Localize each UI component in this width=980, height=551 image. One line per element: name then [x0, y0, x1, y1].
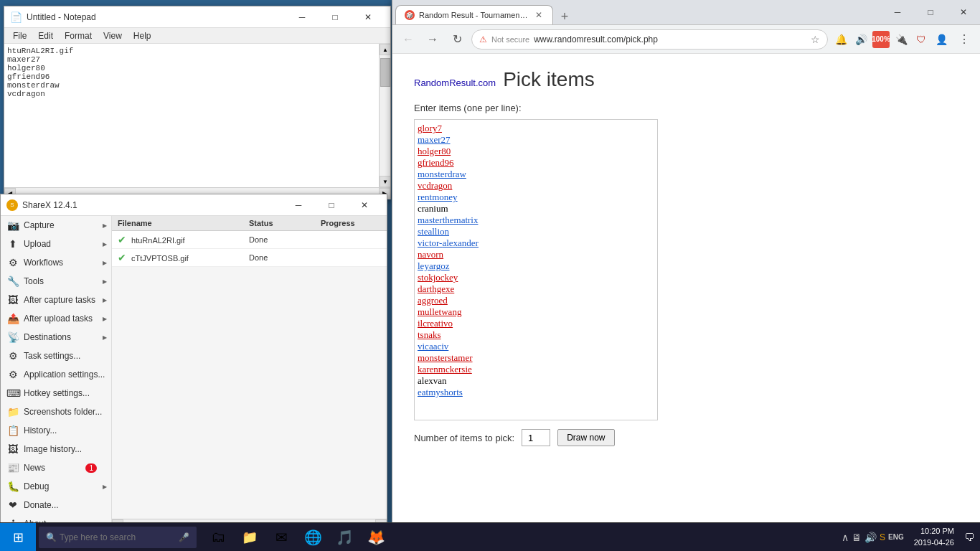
item-masterthematrix[interactable]: masterthematrix: [418, 215, 478, 225]
item-vicaaciv[interactable]: vicaaciv: [418, 341, 448, 352]
tab-close-button[interactable]: ✕: [534, 10, 544, 20]
sidebar-item-workflows[interactable]: ⚙ Workflows: [1, 253, 111, 272]
notepad-menu-help[interactable]: Help: [128, 29, 157, 42]
notepad-scrollbar-vertical[interactable]: ▲ ▼: [379, 44, 390, 187]
notepad-textarea[interactable]: htuRnAL2RI.gif maxer27 holger80 gfriend9…: [4, 44, 390, 187]
item-karenmckersie[interactable]: karenmckersie: [418, 364, 472, 375]
address-bar[interactable]: ⚠ Not secure www.randomresult.com/pick.p…: [471, 29, 828, 50]
bookmark-star-icon[interactable]: ☆: [811, 34, 820, 45]
forward-button[interactable]: →: [423, 29, 443, 50]
sidebar-label-workflows: Workflows: [24, 258, 63, 268]
scroll-thumb[interactable]: [380, 58, 390, 87]
item-leyargoz[interactable]: leyargoz: [418, 260, 450, 271]
sidebar-item-donate[interactable]: ❤ Donate...: [1, 496, 111, 514]
browser-close-button[interactable]: ✕: [947, 1, 980, 23]
scroll-up-arrow[interactable]: ▲: [380, 44, 390, 55]
item-navorn[interactable]: navorn: [418, 249, 443, 260]
ext-icon-1[interactable]: 🔔: [832, 31, 849, 48]
new-tab-button[interactable]: +: [554, 9, 575, 24]
search-input[interactable]: [60, 532, 176, 542]
sidebar-item-history[interactable]: 📋 History...: [1, 421, 111, 440]
notification-icon[interactable]: 🗨: [964, 532, 974, 543]
notepad-close-button[interactable]: ✕: [352, 6, 385, 28]
sidebar-item-upload[interactable]: ⬆ Upload: [1, 235, 111, 253]
item-vcdragon[interactable]: vcdragon: [418, 180, 452, 191]
item-eatmyshorts[interactable]: eatmyshorts: [418, 387, 463, 397]
sharex-minimize-button[interactable]: ─: [282, 194, 315, 216]
sidebar-label-upload: Upload: [24, 239, 51, 249]
item-holger80[interactable]: holger80: [418, 146, 451, 156]
start-button[interactable]: ⊞: [0, 523, 36, 552]
notepad-menu-view[interactable]: View: [98, 29, 128, 42]
sidebar-item-task-settings[interactable]: ⚙ Task settings...: [1, 347, 111, 365]
sidebar-item-screenshots-folder[interactable]: 📁 Screenshots folder...: [1, 402, 111, 421]
tray-sharex-icon[interactable]: S: [880, 532, 885, 542]
notepad-menu-edit[interactable]: Edit: [32, 29, 59, 42]
taskbar-clock[interactable]: 10:20 PM 2019-04-26: [908, 526, 960, 548]
tray-volume-icon[interactable]: 🔊: [864, 532, 877, 543]
ext-icon-5[interactable]: 🛡: [913, 31, 930, 48]
sidebar-item-after-capture[interactable]: 🖼 After capture tasks: [1, 291, 111, 309]
taskbar-app-mail[interactable]: ✉: [265, 523, 297, 552]
scroll-down-arrow[interactable]: ▼: [380, 176, 390, 187]
table-row: ✔ htuRnAL2RI.gif Done: [112, 231, 387, 249]
draw-now-button[interactable]: Draw now: [557, 429, 614, 446]
taskbar-app-browser2[interactable]: 🦊: [360, 523, 392, 552]
sidebar-item-app-settings[interactable]: ⚙ Application settings...: [1, 365, 111, 384]
item-aggroed[interactable]: aggroed: [418, 295, 448, 306]
row-filename-2: ✔ cTtJVPTOSB.gif: [112, 249, 243, 266]
sidebar-item-capture[interactable]: 📷 Capture: [1, 216, 111, 235]
pick-count-input[interactable]: [522, 429, 550, 446]
item-monsterdraw[interactable]: monsterdraw: [418, 169, 466, 179]
sidebar-label-capture: Capture: [24, 220, 55, 230]
item-victor-alexander[interactable]: victor-alexander: [418, 237, 479, 248]
sharex-close-button[interactable]: ✕: [348, 194, 381, 216]
sidebar-item-destinations[interactable]: 📡 Destinations: [1, 328, 111, 347]
taskbar-app-taskview[interactable]: 🗂: [202, 523, 234, 552]
ext-icon-4[interactable]: 🔌: [892, 31, 910, 48]
items-container[interactable]: glory7 maxer27 holger80 gfriend96 monste…: [414, 119, 658, 420]
taskbar-app-files[interactable]: 📁: [234, 523, 265, 552]
notepad-menu-file[interactable]: File: [7, 29, 32, 42]
item-stokjockey[interactable]: stokjockey: [418, 272, 458, 283]
notepad-menu-format[interactable]: Format: [59, 29, 98, 42]
browser-menu-button[interactable]: ⋮: [954, 29, 974, 50]
notepad-minimize-button[interactable]: ─: [286, 6, 319, 28]
item-tsnaks[interactable]: tsnaks: [418, 329, 441, 340]
taskbar-app-chrome[interactable]: 🌐: [297, 523, 329, 552]
files-icon: 📁: [242, 529, 258, 545]
tray-expand-icon[interactable]: ∧: [842, 532, 849, 543]
taskbar-search[interactable]: 🔍 🎤: [39, 527, 197, 548]
item-gfriend96[interactable]: gfriend96: [418, 157, 454, 168]
ext-icon-6[interactable]: 👤: [933, 31, 950, 48]
item-glory7[interactable]: glory7: [418, 123, 442, 133]
microphone-icon[interactable]: 🎤: [179, 532, 189, 542]
item-rentmoney[interactable]: rentmoney: [418, 192, 458, 202]
refresh-button[interactable]: ↻: [447, 29, 467, 50]
item-monsterstamer[interactable]: monsterstamer: [418, 352, 473, 363]
sidebar-item-after-upload[interactable]: 📤 After upload tasks: [1, 309, 111, 328]
sidebar-label-image-history: Image history...: [24, 444, 82, 454]
item-steallion[interactable]: steallion: [418, 226, 449, 237]
browser-minimize-button[interactable]: ─: [881, 1, 914, 23]
site-link[interactable]: RandomResult.com: [414, 77, 496, 88]
sidebar-item-debug[interactable]: 🐛 Debug: [1, 477, 111, 496]
tray-network-icon[interactable]: 🖥: [852, 532, 862, 543]
sidebar-item-hotkey-settings[interactable]: ⌨ Hotkey settings...: [1, 384, 111, 402]
item-darthgexe[interactable]: darthgexe: [418, 283, 454, 294]
browser-maximize-button[interactable]: □: [914, 1, 947, 23]
browser-tab-active[interactable]: 🎲 Random Result - Tournament dr... ✕: [395, 5, 553, 24]
ext-icon-3[interactable]: 100%: [872, 31, 890, 48]
search-icon: 🔍: [46, 532, 57, 542]
ext-icon-2[interactable]: 🔊: [852, 31, 870, 48]
sharex-maximize-button[interactable]: □: [315, 194, 348, 216]
item-ilcreativo[interactable]: ilcreativo: [418, 318, 453, 329]
sidebar-item-news[interactable]: 📰 News 1: [1, 458, 111, 477]
sidebar-item-tools[interactable]: 🔧 Tools: [1, 272, 111, 291]
item-mulletwang[interactable]: mulletwang: [418, 306, 461, 317]
taskbar-app-music[interactable]: 🎵: [329, 523, 360, 552]
sidebar-item-image-history[interactable]: 🖼 Image history...: [1, 440, 111, 458]
notepad-maximize-button[interactable]: □: [319, 6, 352, 28]
item-maxer27[interactable]: maxer27: [418, 134, 450, 145]
check-icon-2: ✔: [118, 252, 126, 263]
